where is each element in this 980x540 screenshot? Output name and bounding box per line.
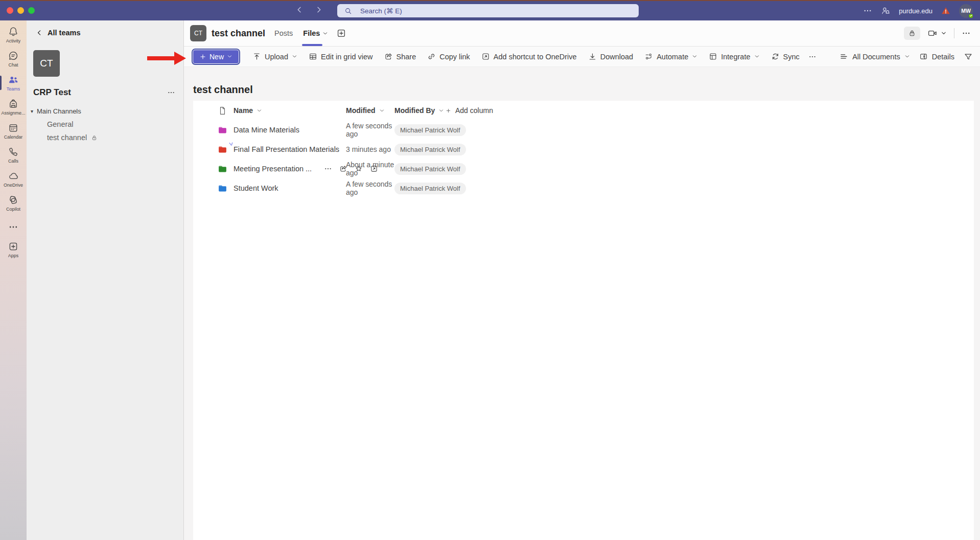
titlebar-more-button[interactable] bbox=[863, 6, 872, 15]
teams-icon bbox=[8, 75, 18, 85]
channel-more-button[interactable] bbox=[962, 29, 971, 38]
all-teams-back-button[interactable]: All teams bbox=[27, 20, 183, 37]
private-channel-button[interactable] bbox=[904, 27, 920, 40]
file-name[interactable]: Final Fall Presentation Materials bbox=[234, 145, 339, 153]
rail-item-calls[interactable]: Calls bbox=[0, 143, 27, 167]
details-button[interactable]: Details bbox=[919, 52, 954, 61]
column-name[interactable]: Name bbox=[234, 106, 346, 115]
channel-tabs: PostsFiles bbox=[269, 20, 333, 46]
channel-title: test channel bbox=[212, 28, 265, 39]
table-row[interactable]: Student WorkA few seconds agoMichael Pat… bbox=[193, 178, 974, 198]
sort-chevron-icon bbox=[379, 108, 385, 114]
chevron-down-icon bbox=[692, 54, 697, 59]
team-options-button[interactable] bbox=[167, 88, 175, 97]
rail-item-onedrive[interactable]: OneDrive bbox=[0, 167, 27, 191]
rail-item-activity[interactable]: Activity bbox=[0, 23, 27, 47]
channel-item-general[interactable]: General bbox=[27, 115, 183, 128]
integrate-button[interactable]: Integrate bbox=[703, 49, 765, 65]
column-modified[interactable]: Modified bbox=[346, 106, 394, 115]
open-in-new-button[interactable] bbox=[370, 165, 378, 173]
download-icon bbox=[588, 52, 597, 61]
upload-icon bbox=[252, 52, 261, 61]
lock-icon bbox=[91, 134, 98, 141]
file-name[interactable]: Student Work bbox=[234, 184, 278, 192]
add-tab-button[interactable] bbox=[336, 28, 346, 38]
view-selector[interactable]: All Documents bbox=[839, 52, 909, 61]
modified-by-pill[interactable]: Michael Patrick Wolf bbox=[394, 124, 466, 136]
file-name[interactable]: Data Mine Materials bbox=[234, 126, 299, 134]
chevron-left-icon bbox=[36, 29, 43, 36]
toolbar-overflow-button[interactable] bbox=[808, 53, 816, 61]
rail-item-label: Assignme... bbox=[1, 110, 25, 116]
rail-item-calendar[interactable]: Calendar bbox=[0, 119, 27, 143]
close-window-button[interactable] bbox=[7, 7, 13, 14]
team-row: CRP Test bbox=[33, 87, 175, 98]
channel-header-actions bbox=[904, 27, 971, 40]
add-column-button[interactable]: Add column bbox=[446, 106, 974, 115]
presence-badge bbox=[968, 13, 974, 19]
modified-by-pill[interactable]: Michael Patrick Wolf bbox=[394, 183, 466, 194]
folder-icon bbox=[218, 145, 227, 154]
file-more-button[interactable] bbox=[324, 165, 332, 173]
rail-item-label: Activity bbox=[6, 38, 21, 43]
table-row[interactable]: Data Mine MaterialsA few seconds agoMich… bbox=[193, 120, 974, 140]
titlebar: Search (⌘ E) purdue.edu MW bbox=[0, 1, 980, 20]
grid-view-button[interactable]: Edit in grid view bbox=[303, 49, 379, 65]
chat-icon bbox=[8, 51, 18, 61]
copy-link-button[interactable]: Copy link bbox=[422, 49, 476, 65]
search-icon bbox=[344, 7, 352, 15]
rail-item-assignments[interactable]: Assignme... bbox=[0, 95, 27, 119]
app-shell: ActivityChatTeamsAssignme...CalendarCall… bbox=[0, 20, 980, 540]
plus-icon bbox=[199, 53, 206, 60]
toolbar-item-label: Integrate bbox=[721, 53, 750, 61]
sync-button[interactable]: Sync bbox=[765, 49, 805, 65]
column-name-label: Name bbox=[234, 106, 253, 115]
modified-by-pill[interactable]: Michael Patrick Wolf bbox=[394, 163, 466, 175]
tab-files[interactable]: Files bbox=[298, 20, 333, 46]
filter-icon[interactable] bbox=[964, 52, 973, 61]
tab-label: Files bbox=[303, 29, 320, 37]
rail-item-more[interactable] bbox=[0, 220, 27, 234]
modified-by-pill[interactable]: Michael Patrick Wolf bbox=[394, 144, 466, 155]
chevron-down-icon bbox=[227, 54, 232, 59]
chevron-down-icon bbox=[322, 31, 328, 36]
chevron-down-icon bbox=[754, 54, 760, 59]
warning-icon[interactable] bbox=[941, 6, 950, 15]
share-button[interactable]: Share bbox=[379, 49, 422, 65]
file-name[interactable]: Meeting Presentation ... bbox=[234, 165, 312, 173]
account-alert-icon[interactable] bbox=[881, 6, 890, 15]
add-shortcut-button[interactable]: Add shortcut to OneDrive bbox=[476, 49, 582, 65]
backpack-icon bbox=[8, 99, 18, 109]
channel-section-header[interactable]: ▾ Main Channels bbox=[31, 107, 183, 115]
new-button[interactable]: New bbox=[193, 50, 239, 63]
automate-button[interactable]: Automate bbox=[639, 49, 703, 65]
team-avatar[interactable]: CT bbox=[33, 50, 60, 77]
share-file-button[interactable] bbox=[339, 165, 347, 173]
user-avatar[interactable]: MW bbox=[959, 4, 973, 18]
nav-back-button[interactable] bbox=[295, 6, 304, 14]
column-modified-by[interactable]: Modified By bbox=[394, 106, 446, 115]
nav-forward-button[interactable] bbox=[315, 6, 323, 14]
file-type-column-icon[interactable] bbox=[218, 106, 227, 116]
channel-item-test-channel[interactable]: test channel bbox=[27, 128, 183, 142]
rail-item-apps[interactable]: Apps bbox=[0, 238, 27, 262]
toolbar-items: UploadEdit in grid viewShareCopy linkAdd… bbox=[247, 49, 805, 65]
fullscreen-window-button[interactable] bbox=[28, 7, 35, 14]
table-row[interactable]: Final Fall Presentation Materials3 minut… bbox=[193, 140, 974, 159]
download-button[interactable]: Download bbox=[582, 49, 639, 65]
main-content: CT test channel PostsFiles New bbox=[184, 20, 980, 540]
meet-button[interactable] bbox=[927, 28, 947, 38]
chevron-down-icon bbox=[292, 54, 297, 59]
rail-item-label: Calls bbox=[8, 159, 18, 164]
team-name: CRP Test bbox=[33, 87, 71, 98]
table-row[interactable]: Meeting Presentation ...About a minute a… bbox=[193, 159, 974, 178]
rail-item-chat[interactable]: Chat bbox=[0, 47, 27, 71]
favorite-button[interactable] bbox=[355, 165, 363, 173]
search-input[interactable]: Search (⌘ E) bbox=[337, 4, 639, 17]
minimize-window-button[interactable] bbox=[17, 7, 24, 14]
rail-item-copilot[interactable]: Copilot bbox=[0, 191, 27, 215]
upload-button[interactable]: Upload bbox=[247, 49, 303, 65]
folder-icon bbox=[218, 184, 227, 193]
rail-item-teams[interactable]: Teams bbox=[0, 71, 27, 95]
tab-posts[interactable]: Posts bbox=[269, 20, 298, 46]
